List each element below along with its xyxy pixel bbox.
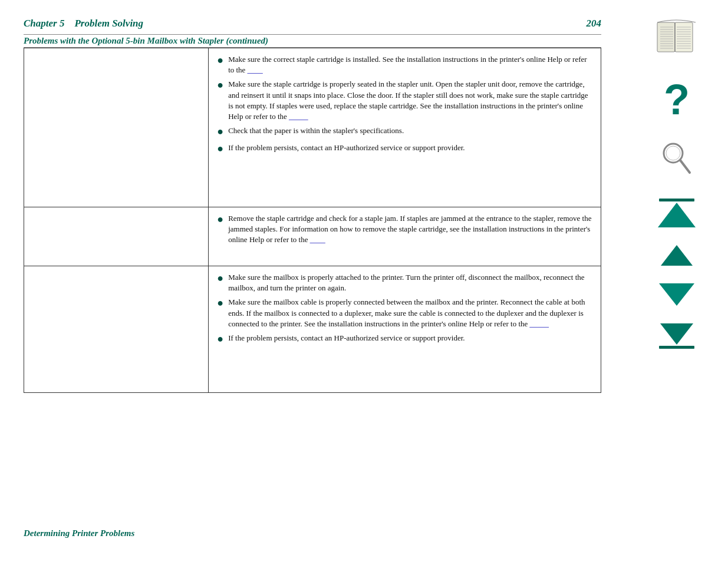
- svg-point-25: [666, 146, 680, 160]
- svg-text:?: ?: [664, 76, 690, 120]
- list-item: ● Remove the staple cartridge and check …: [217, 213, 592, 246]
- first-page-icon[interactable]: [658, 199, 696, 227]
- bottom-bar: [659, 346, 694, 349]
- question-icon[interactable]: ?: [659, 76, 694, 123]
- page-header: Chapter 5 Problem Solving 204: [24, 18, 601, 29]
- triangle-up-small: [661, 245, 693, 266]
- table-row: ● Make sure the mailbox is properly atta…: [24, 266, 601, 393]
- table-row: ● Make sure the correct staple cartridge…: [24, 48, 601, 207]
- search-icon[interactable]: [660, 140, 693, 181]
- prev-page-icon[interactable]: [661, 245, 693, 266]
- list-item: ● Check that the paper is within the sta…: [217, 125, 592, 139]
- last-page-icon[interactable]: [659, 323, 694, 349]
- bullet-icon: ●: [217, 332, 223, 346]
- bullet-icon: ●: [217, 296, 223, 310]
- book-icon[interactable]: [654, 18, 699, 58]
- table-cell-right-3: ● Make sure the mailbox is properly atta…: [209, 266, 601, 393]
- svg-line-26: [680, 160, 690, 173]
- list-item: ● If the problem persists, contact an HP…: [217, 333, 592, 346]
- top-divider: [24, 34, 601, 35]
- section-title: Problems with the Optional 5-bin Mailbox…: [24, 36, 601, 46]
- svg-rect-1: [675, 22, 693, 52]
- sidebar: ?: [625, 0, 728, 562]
- triangle-down-small: [660, 323, 693, 345]
- triangle-down-medium: [659, 283, 694, 306]
- bullet-list-2: ● Remove the staple cartridge and check …: [217, 213, 592, 246]
- bullet-icon: ●: [217, 53, 223, 68]
- bullet-icon: ●: [217, 271, 223, 286]
- bullet-list-1: ● Make sure the correct staple cartridge…: [217, 54, 592, 157]
- bullet-icon: ●: [217, 141, 223, 156]
- bullet-list-3: ● Make sure the mailbox is properly atta…: [217, 272, 592, 346]
- table-cell-right-1: ● Make sure the correct staple cartridge…: [209, 48, 601, 207]
- table-cell-left-3: [24, 266, 209, 393]
- top-bar: [659, 199, 694, 201]
- bullet-icon: ●: [217, 212, 223, 227]
- bullet-icon: ●: [217, 124, 223, 139]
- list-item: ● Make sure the mailbox is properly atta…: [217, 272, 592, 293]
- triangle-up-large: [658, 203, 696, 227]
- bullet-icon: ●: [217, 78, 223, 92]
- problem-table: ● Make sure the correct staple cartridge…: [24, 48, 601, 393]
- footer-text: Determining Printer Problems: [24, 528, 134, 538]
- chapter-title: Chapter 5 Problem Solving: [24, 18, 143, 29]
- list-item: ● Make sure the mailbox cable is properl…: [217, 297, 592, 329]
- list-item: ● If the problem persists, contact an HP…: [217, 143, 592, 156]
- page-number: 204: [587, 18, 602, 29]
- next-page-icon[interactable]: [659, 283, 694, 306]
- table-cell-left-1: [24, 48, 209, 207]
- table-cell-right-2: ● Remove the staple cartridge and check …: [209, 207, 601, 266]
- list-item: ● Make sure the staple cartridge is prop…: [217, 79, 592, 122]
- table-cell-left-2: [24, 207, 209, 266]
- list-item: ● Make sure the correct staple cartridge…: [217, 54, 592, 75]
- main-content: Chapter 5 Problem Solving 204 Problems w…: [0, 0, 625, 562]
- table-row: ● Remove the staple cartridge and check …: [24, 207, 601, 266]
- svg-rect-0: [657, 22, 675, 52]
